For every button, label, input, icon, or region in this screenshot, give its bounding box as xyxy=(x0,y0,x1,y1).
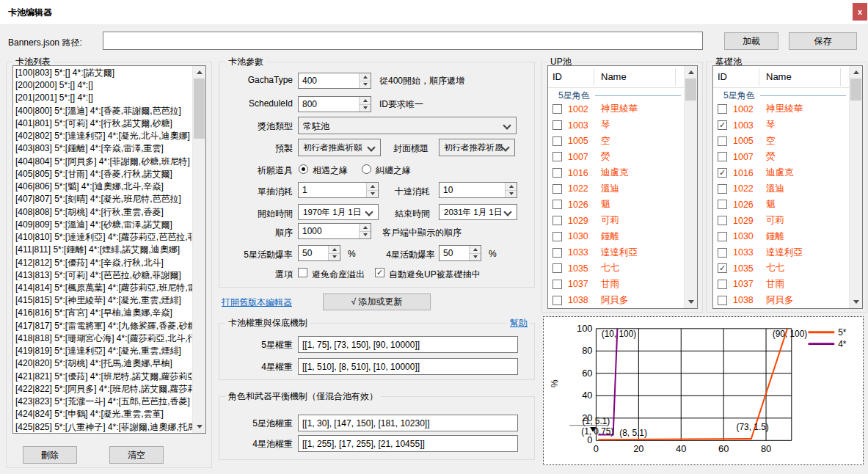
save-button[interactable]: 保存 xyxy=(789,32,857,50)
up-pool-scrollbar[interactable] xyxy=(684,66,697,308)
scroll-down-button[interactable] xyxy=(685,296,697,308)
pool-row[interactable]: 1005空 xyxy=(548,133,685,149)
scroll-thumb[interactable] xyxy=(685,79,696,101)
end-time-picker[interactable]: 2031年 1月 1日 xyxy=(439,204,517,220)
pool-row[interactable]: 1026魈 xyxy=(713,197,850,213)
ten-cost-spinner[interactable] xyxy=(505,183,517,197)
banner-list-item[interactable]: [415|815] 5*:[神里綾華] 4*:[凝光,重雲,煙緋] xyxy=(15,294,193,307)
gachatype-spinner[interactable] xyxy=(359,73,371,88)
scroll-down-button[interactable] xyxy=(193,420,205,433)
single-cost-spinner[interactable] xyxy=(366,183,378,197)
pool-row[interactable]: ✓1035七七 xyxy=(713,260,850,277)
pool-type-select[interactable]: 常駐池 xyxy=(298,117,517,134)
row-checkbox[interactable] xyxy=(552,120,562,130)
banner-list-item[interactable]: [404|804] 5*:[阿貝多] 4*:[菲謝爾,砂糖,班尼特] xyxy=(15,156,193,168)
single-cost-input[interactable]: 1 xyxy=(298,182,379,198)
pool-row[interactable]: ✓1016迪盧克 xyxy=(713,165,850,181)
banner-list-item[interactable]: [401|801] 5*:[可莉] 4*:[行秋,諾艾爾,砂糖] xyxy=(15,117,193,130)
four-star-rate-input[interactable]: 50 xyxy=(439,245,481,261)
row-checkbox[interactable] xyxy=(552,232,562,241)
row-checkbox[interactable] xyxy=(718,184,727,194)
banner-list-item[interactable]: [402|802] 5*:[達達利亞] 4*:[凝光,北斗,迪奧娜] xyxy=(15,130,193,142)
four-star-rate-spinner[interactable] xyxy=(469,246,481,260)
banner-list-item[interactable]: [423|823] 5*:[荒瀧一斗] 4*:[五郎,芭芭拉,香菱] xyxy=(15,395,193,408)
row-checkbox[interactable] xyxy=(718,200,727,209)
scroll-thumb[interactable] xyxy=(194,79,205,139)
row-checkbox[interactable]: ✓ xyxy=(718,120,727,130)
banner-list-item[interactable]: [422|822] 5*:[阿貝多] 4*:[班尼特,諾艾爾,蘿莎莉亞] xyxy=(15,383,193,395)
row-checkbox[interactable] xyxy=(552,152,562,161)
add-update-button[interactable]: √ 添加或更新 xyxy=(323,293,431,310)
load-button[interactable]: 加載 xyxy=(724,32,778,50)
pool-row[interactable]: ✓1003琴 xyxy=(713,117,850,134)
pool-row[interactable]: 1033達達利亞 xyxy=(713,244,850,260)
delete-button[interactable]: 刪除 xyxy=(23,446,77,464)
pool-row[interactable]: 1005空 xyxy=(713,133,850,149)
row-checkbox[interactable] xyxy=(552,200,562,209)
pool-row[interactable]: 1035七七 xyxy=(548,260,685,277)
auto-avoid-up-checkbox[interactable]: ✓ xyxy=(375,268,384,277)
banner-list-item[interactable]: [409|809] 5*:[溫迪] 4*:[砂糖,雷澤,諾艾爾] xyxy=(15,219,193,231)
banner-list-item[interactable]: [408|808] 5*:[胡桃] 4*:[行秋,重雲,香菱] xyxy=(15,206,193,219)
legacy-editor-link[interactable]: 打開舊版本編輯器 xyxy=(222,296,292,309)
banner-list-item[interactable]: [424|824] 5*:[申鶴] 4*:[凝光,重雲,雲堇] xyxy=(15,408,193,420)
pool-row[interactable]: 1038阿貝多 xyxy=(548,292,685,308)
path-input[interactable] xyxy=(103,32,703,50)
row-checkbox[interactable] xyxy=(718,136,727,146)
row-checkbox[interactable] xyxy=(552,263,562,273)
preset-select[interactable]: 初行者推薦祈願 xyxy=(298,139,381,156)
pool-row[interactable]: 1007熒 xyxy=(548,149,685,165)
banner-list-item[interactable]: [201|2001] 5*:[] 4*:[] xyxy=(15,92,193,104)
pool-row[interactable]: 1002神里綾華 xyxy=(713,101,850,117)
banner-list-item[interactable]: [411|811] 5*:[鍾離] 4*:[煙緋,諾艾爾,迪奧娜] xyxy=(15,244,193,256)
pool-row[interactable]: 1033達達利亞 xyxy=(548,244,685,260)
banner-list-item[interactable]: [419|819] 5*:[達達利亞] 4*:[凝光,重雲,煙緋] xyxy=(15,345,193,357)
pool-row[interactable]: 1030鍾離 xyxy=(713,229,850,245)
cover-title-select[interactable]: 初行者推荐祈愿 xyxy=(439,139,515,156)
row-checkbox[interactable] xyxy=(718,152,727,161)
banner-list-item[interactable]: [418|818] 5*:[珊瑚宮心海] 4*:[蘿莎莉亞,北斗,行秋] xyxy=(15,332,193,345)
row-checkbox[interactable] xyxy=(552,248,562,258)
row-checkbox[interactable] xyxy=(718,104,727,114)
pool-row[interactable]: 1022溫迪 xyxy=(713,181,850,197)
banner-list-item[interactable]: [407|807] 5*:[刻晴] 4*:[凝光,班尼特,芭芭拉] xyxy=(15,193,193,205)
scroll-down-button[interactable] xyxy=(850,296,862,308)
scroll-up-button[interactable] xyxy=(850,66,862,79)
pool-row[interactable]: 1002神里綾華 xyxy=(548,101,685,117)
banner-list-item[interactable]: [421|821] 5*:[優菈] 4*:[班尼特,諾艾爾,蘿莎莉亞] xyxy=(15,371,193,383)
banner-list-item[interactable]: [100|803] 5*:[] 4*:[諾艾爾] xyxy=(15,67,193,79)
row-checkbox[interactable]: ✓ xyxy=(718,263,727,273)
banner-list-item[interactable]: [405|805] 5*:[甘雨] 4*:[香菱,行秋,諾艾爾] xyxy=(15,168,193,181)
five-star-rate-input[interactable]: 50 xyxy=(298,245,340,261)
banner-list-item[interactable]: [406|806] 5*:[魈] 4*:[迪奧娜,北斗,辛焱] xyxy=(15,181,193,193)
avoid-constellation-overflow-checkbox[interactable] xyxy=(298,268,307,277)
sort-input[interactable]: 1000 xyxy=(298,223,371,239)
four-star-pool-weight-input[interactable]: [[1, 255], [17, 255], [21, 10455]] xyxy=(298,435,518,452)
close-button[interactable]: x xyxy=(853,3,867,21)
row-checkbox[interactable] xyxy=(552,168,562,178)
row-checkbox[interactable] xyxy=(552,216,562,225)
pool-row[interactable]: 1038阿貝多 xyxy=(713,292,850,308)
five-star-pool-weight-input[interactable]: [[1, 30], [147, 150], [181, 10230]] xyxy=(298,415,518,431)
row-checkbox[interactable] xyxy=(718,216,727,225)
pool-row[interactable]: 1030鍾離 xyxy=(548,229,685,245)
five-star-rate-spinner[interactable] xyxy=(328,246,340,260)
banner-list-item[interactable]: [403|803] 5*:[鍾離] 4*:[辛焱,雷澤,重雲] xyxy=(15,142,193,155)
banner-list-scrollbar[interactable] xyxy=(192,66,205,433)
row-checkbox[interactable] xyxy=(552,136,562,146)
pool-row[interactable]: 1029可莉 xyxy=(548,213,685,229)
scheduleid-spinner[interactable] xyxy=(359,97,371,112)
scroll-up-button[interactable] xyxy=(685,66,697,79)
base-pool-scrollbar[interactable] xyxy=(849,66,862,308)
scheduleid-input[interactable]: 800 xyxy=(298,96,371,112)
pool-row[interactable]: 1016迪盧克 xyxy=(548,165,685,181)
clear-button[interactable]: 清空 xyxy=(109,446,164,464)
scroll-up-button[interactable] xyxy=(193,66,205,79)
banner-list-item[interactable]: [416|816] 5*:[宵宮] 4*:[早柚,迪奧娜,辛焱] xyxy=(15,307,193,319)
acquaint-fate-radio[interactable] xyxy=(299,164,308,174)
banner-list-item[interactable]: [417|817] 5*:[雷電將軍] 4*:[九條裟羅,香菱,砂糖] xyxy=(15,320,193,332)
row-checkbox[interactable] xyxy=(552,104,562,114)
pool-row[interactable]: 1022溫迪 xyxy=(548,181,685,197)
pool-row[interactable]: 1026魈 xyxy=(548,197,685,213)
row-checkbox[interactable] xyxy=(718,280,727,289)
